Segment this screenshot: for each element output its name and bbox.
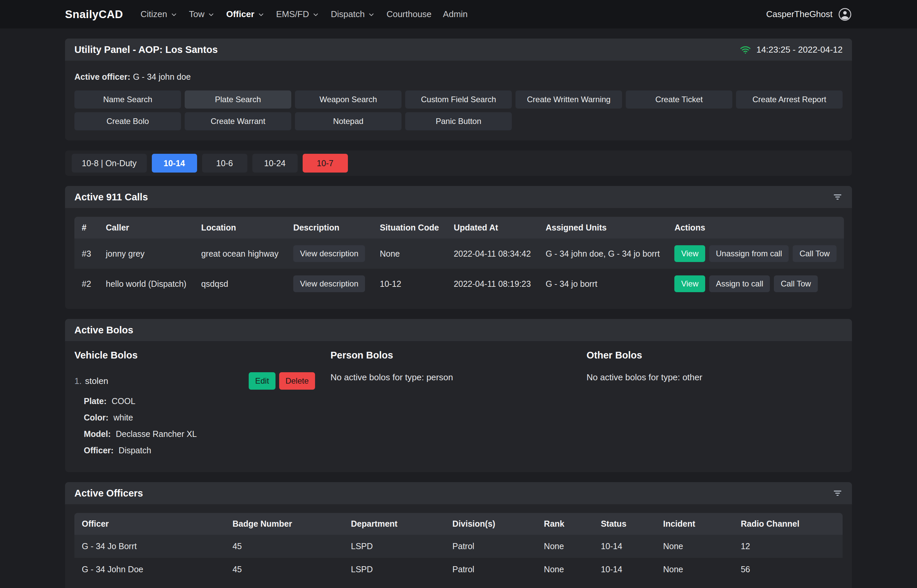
officers-column-status: Status: [594, 513, 656, 535]
edit-bolo-button[interactable]: Edit: [249, 372, 275, 390]
bolo-detail-label: Officer:: [84, 446, 113, 455]
nav-item-label: Tow: [189, 9, 204, 19]
user-menu[interactable]: CasperTheGhost: [766, 7, 852, 21]
calls-column-location: Location: [194, 217, 286, 239]
call-location: qsdqsd: [194, 269, 286, 299]
utility-panel-title: Utility Panel - AOP: Los Santos: [74, 44, 218, 55]
view-description-button[interactable]: View description: [293, 245, 365, 262]
status-10-14-button[interactable]: 10-14: [152, 154, 197, 173]
chevron-down-icon: [207, 10, 215, 18]
other-bolos-heading: Other Bolos: [587, 350, 843, 361]
nav-item-courthouse[interactable]: Courthouse: [387, 9, 431, 19]
call-actions: ViewUnassign from callCall Tow: [674, 245, 836, 262]
utility-buttons-grid: Name SearchPlate SearchWeapon SearchCust…: [74, 90, 843, 130]
other-bolos-column: Other Bolos No active bolos for type: ot…: [587, 350, 843, 462]
officer-department: LSPD: [343, 558, 445, 581]
nav-item-officer[interactable]: Officer: [226, 9, 265, 19]
call-situation-code: 10-12: [372, 269, 446, 299]
view-description-button[interactable]: View description: [293, 275, 365, 292]
calls-filter-icon[interactable]: [833, 192, 843, 202]
calls-column-caller: Caller: [99, 217, 194, 239]
call-assigned-units: G - 34 jo borrt: [538, 269, 667, 299]
create-ticket-button[interactable]: Create Ticket: [626, 90, 732, 108]
active-bolos-panel: Active Bolos Vehicle Bolos 1.stolenEditD…: [65, 319, 852, 472]
active-officers-header: Active Officers: [65, 482, 852, 504]
call-number: #2: [74, 269, 99, 299]
delete-bolo-button[interactable]: Delete: [279, 372, 315, 390]
calls-column-situation-code: Situation Code: [372, 217, 446, 239]
nav-item-admin[interactable]: Admin: [443, 9, 468, 19]
officer-row: G - 34 Jo Borrt45LSPDPatrolNone10-14None…: [74, 535, 843, 558]
officers-column-department: Department: [343, 513, 445, 535]
user-avatar-icon: [838, 7, 852, 21]
officer-row: G - 34 John Doe45LSPDPatrolNone10-14None…: [74, 558, 843, 581]
call-tow-button[interactable]: Call Tow: [774, 275, 817, 292]
officer-division-s: Patrol: [445, 535, 537, 558]
create-bolo-button[interactable]: Create Bolo: [74, 112, 181, 130]
call-actions-cell: ViewAssign to callCall Tow: [667, 269, 844, 299]
officers-column-badge-number: Badge Number: [225, 513, 343, 535]
utility-panel-header: Utility Panel - AOP: Los Santos 14:23:25…: [65, 39, 852, 61]
bolo-details: Plate: COOLColor: whiteModel: Declasse R…: [84, 396, 330, 456]
create-arrest-report-button[interactable]: Create Arrest Report: [736, 90, 843, 108]
panic-button-button[interactable]: Panic Button: [405, 112, 512, 130]
officer-officer: G - 34 Jo Borrt: [74, 535, 225, 558]
active-911-calls-title: Active 911 Calls: [74, 192, 148, 203]
officers-filter-icon[interactable]: [833, 488, 843, 498]
officers-column-radio-channel: Radio Channel: [733, 513, 843, 535]
bolo-index: 1.: [74, 376, 82, 386]
create-written-warning-button[interactable]: Create Written Warning: [516, 90, 622, 108]
create-warrant-button[interactable]: Create Warrant: [185, 112, 291, 130]
assign-to-call-button[interactable]: Assign to call: [709, 275, 770, 292]
officer-division-s: Patrol: [445, 558, 537, 581]
app-logo[interactable]: SnailyCAD: [65, 8, 123, 21]
status-10-24-button[interactable]: 10-24: [252, 154, 298, 173]
nav-item-ems-fd[interactable]: EMS/FD: [276, 9, 319, 19]
call-description-cell: View description: [286, 269, 372, 299]
weapon-search-button[interactable]: Weapon Search: [295, 90, 401, 108]
call-assigned-units: G - 34 john doe, G - 34 jo borrt: [538, 239, 667, 269]
nav-item-citizen[interactable]: Citizen: [141, 9, 177, 19]
call-situation-code: None: [372, 239, 446, 269]
officer-radio-channel: 56: [733, 558, 843, 581]
calls-column-assigned-units: Assigned Units: [538, 217, 667, 239]
view-button[interactable]: View: [674, 245, 705, 262]
bolo-detail-label: Color:: [84, 413, 108, 422]
nav-item-label: Courthouse: [387, 9, 431, 19]
plate-search-button[interactable]: Plate Search: [185, 90, 291, 108]
officers-column-rank: Rank: [537, 513, 594, 535]
notepad-button[interactable]: Notepad: [295, 112, 401, 130]
call-caller: hello world (Dispatch): [99, 269, 194, 299]
chevron-down-icon: [170, 10, 178, 18]
call-caller: jonny grey: [99, 239, 194, 269]
connection-wifi-icon: [740, 44, 751, 55]
nav-item-tow[interactable]: Tow: [189, 9, 215, 19]
call-actions: ViewAssign to callCall Tow: [674, 275, 836, 292]
calls-column-updated-at: Updated At: [446, 217, 538, 239]
custom-field-search-button[interactable]: Custom Field Search: [405, 90, 512, 108]
call-description-cell: View description: [286, 239, 372, 269]
view-button[interactable]: View: [674, 275, 705, 292]
officer-incident: None: [656, 535, 733, 558]
bolo-name: 1.stolen: [74, 376, 108, 386]
call-location: great ocean highway: [194, 239, 286, 269]
officer-badge-number: 45: [225, 558, 343, 581]
officer-badge-number: 45: [225, 535, 343, 558]
status-10-7-button[interactable]: 10-7: [302, 154, 348, 173]
nav-item-dispatch[interactable]: Dispatch: [331, 9, 375, 19]
person-bolos-empty-text: No active bolos for type: person: [330, 372, 587, 383]
other-bolos-empty-text: No active bolos for type: other: [587, 372, 843, 383]
status-10-8-on-duty-button[interactable]: 10-8 | On-Duty: [72, 154, 147, 173]
officer-officer: G - 34 John Doe: [74, 558, 225, 581]
officer-rank: None: [537, 535, 594, 558]
unassign-from-call-button[interactable]: Unassign from call: [709, 245, 789, 262]
active-bolos-header: Active Bolos: [65, 319, 852, 341]
officers-column-incident: Incident: [656, 513, 733, 535]
status-10-6-button[interactable]: 10-6: [202, 154, 247, 173]
active-911-calls-table: #CallerLocationDescriptionSituation Code…: [74, 217, 844, 299]
officers-column-officer: Officer: [74, 513, 225, 535]
nav-item-label: EMS/FD: [276, 9, 309, 19]
call-tow-button[interactable]: Call Tow: [792, 245, 836, 262]
name-search-button[interactable]: Name Search: [74, 90, 181, 108]
nav-item-label: Dispatch: [331, 9, 365, 19]
